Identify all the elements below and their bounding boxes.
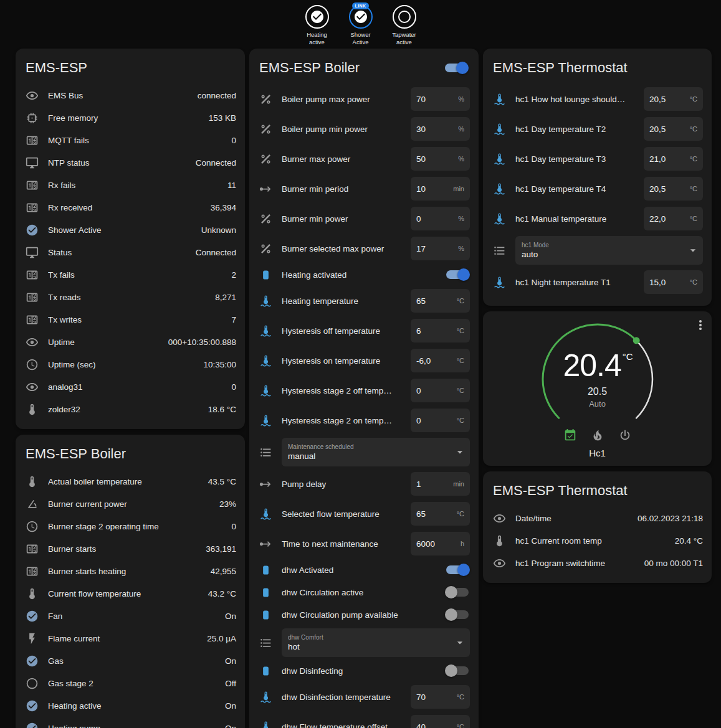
- entity-row[interactable]: Flame current25.0 µA: [26, 627, 236, 650]
- toggle-thumb: [445, 586, 457, 598]
- number-input[interactable]: 21,0°C: [644, 147, 703, 171]
- entity-row[interactable]: GasOn: [26, 650, 236, 672]
- toggle-switch[interactable]: [446, 610, 469, 619]
- entity-row[interactable]: Burner starts heating42,955: [26, 560, 236, 582]
- dashboard: EMS-ESP EMS BusconnectedFree memory153 K…: [0, 49, 721, 728]
- entity-row[interactable]: Uptime (sec)10:35:00: [26, 353, 236, 376]
- number-input[interactable]: 65°C: [411, 289, 470, 313]
- caret-down-icon[interactable]: [687, 244, 699, 257]
- number-input[interactable]: 6000h: [411, 532, 470, 555]
- entity-row[interactable]: Gas stage 2Off: [26, 672, 236, 694]
- entity-row[interactable]: Tx reads8,271: [26, 286, 236, 308]
- eye-icon: [493, 557, 506, 570]
- rounded-square-icon: [259, 608, 272, 622]
- entity-row[interactable]: NTP statusConnected: [26, 151, 236, 174]
- number-input[interactable]: 6°C: [411, 319, 470, 343]
- toggle-thumb: [445, 608, 457, 621]
- entity-row[interactable]: Tx writes7: [26, 308, 236, 331]
- thermostat-dial[interactable]: 20.4°C 20.5 Auto: [538, 320, 657, 427]
- select-field[interactable]: Maintenance scheduledmanual: [282, 438, 470, 466]
- number-value: 22,0: [649, 214, 690, 224]
- check-circle-icon: [26, 610, 39, 623]
- number-unit: min: [453, 185, 464, 192]
- select-field[interactable]: hc1 Modeauto: [515, 236, 703, 265]
- number-input[interactable]: 20,5°C: [644, 117, 703, 141]
- number-row: dhw Disinfection temperature70°C: [259, 682, 470, 712]
- entity-row[interactable]: Burner starts363,191: [26, 537, 236, 560]
- entity-row[interactable]: FanOn: [26, 605, 236, 627]
- entity-row[interactable]: EMS Busconnected: [26, 84, 236, 106]
- number-input[interactable]: 70%: [411, 87, 470, 111]
- caret-down-icon[interactable]: [454, 636, 466, 649]
- rounded-square-icon: [259, 586, 272, 599]
- number-value: -6,0: [416, 356, 457, 366]
- entity-row[interactable]: Date/time06.02.2023 21:18: [493, 507, 703, 529]
- entity-row[interactable]: Heating activeOn: [26, 694, 236, 717]
- toggle-switch[interactable]: [446, 270, 469, 279]
- entity-row[interactable]: Current flow temperature43.2 °C: [26, 582, 236, 605]
- entity-row[interactable]: Burner current power23%: [26, 493, 236, 515]
- caret-down-icon[interactable]: [454, 446, 466, 458]
- percent-icon: [259, 212, 272, 225]
- entity-rows: EMS BusconnectedFree memory153 KBMQTT fa…: [26, 84, 236, 420]
- toggle-switch[interactable]: [446, 588, 469, 597]
- card-thermostat-dial: 20.4°C 20.5 Auto Hc1: [483, 311, 712, 466]
- entity-name: Shower Active: [48, 225, 192, 235]
- number-row: Hysteresis off temperature6°C: [259, 316, 470, 346]
- number-input[interactable]: 30%: [411, 117, 470, 141]
- number-input[interactable]: 20,5°C: [644, 177, 703, 201]
- eye-icon: [26, 336, 39, 349]
- toggle-switch[interactable]: [446, 565, 469, 574]
- badge-chip: LINK: [352, 2, 370, 9]
- number-input[interactable]: 22,0°C: [644, 207, 703, 230]
- number-input[interactable]: 40°C: [411, 715, 470, 728]
- number-input[interactable]: 1min: [411, 472, 470, 496]
- number-unit: °C: [690, 215, 697, 222]
- badge-tapwater-active[interactable]: Tapwater active: [386, 5, 423, 47]
- entity-row[interactable]: Burner stage 2 operating time0: [26, 515, 236, 537]
- number-input[interactable]: 50%: [411, 147, 470, 171]
- number-input[interactable]: 70°C: [411, 685, 470, 709]
- card-power-toggle[interactable]: [445, 64, 467, 72]
- select-field[interactable]: dhw Comforthot: [282, 628, 470, 657]
- entity-row[interactable]: MQTT fails0: [26, 129, 236, 151]
- number-input[interactable]: 10min: [411, 177, 470, 201]
- badges-bar: Heating activeLINKShower ActiveTapwater …: [0, 0, 721, 49]
- number-input[interactable]: 65°C: [411, 502, 470, 526]
- thermometer-icon: [26, 587, 39, 600]
- number-input[interactable]: 17%: [411, 237, 470, 260]
- number-input[interactable]: 0%: [411, 207, 470, 230]
- entity-row[interactable]: zolder3218.6 °C: [26, 398, 236, 420]
- current-temperature: 20.4°C: [538, 350, 657, 381]
- entity-row[interactable]: StatusConnected: [26, 241, 236, 263]
- badge-heating-active[interactable]: Heating active: [299, 5, 335, 47]
- entity-row[interactable]: Tx fails2: [26, 263, 236, 286]
- monitor-icon: [26, 156, 39, 169]
- number-input[interactable]: 0°C: [411, 379, 470, 402]
- entity-row[interactable]: hc1 Current room temp20.4 °C: [493, 529, 703, 552]
- number-input[interactable]: 15,0°C: [644, 270, 703, 294]
- number-input[interactable]: -6,0°C: [411, 349, 470, 372]
- entity-row[interactable]: analog310: [26, 376, 236, 398]
- entity-name: hc1 Program switchtime: [515, 559, 635, 568]
- badge-shower-active[interactable]: LINKShower Active: [343, 5, 379, 47]
- entity-row[interactable]: Rx fails11: [26, 174, 236, 196]
- entity-name: Burner stage 2 operating time: [48, 522, 222, 531]
- entity-row[interactable]: Rx received36,394: [26, 196, 236, 219]
- eye-icon: [493, 512, 506, 525]
- number-unit: %: [458, 95, 464, 103]
- number-input[interactable]: 20,5°C: [644, 87, 703, 111]
- thermo-water-icon: [259, 508, 272, 521]
- card-title: EMS-ESP Thermostat: [493, 60, 628, 76]
- entity-row[interactable]: Actual boiler temperature43.5 °C: [26, 470, 236, 493]
- entity-row[interactable]: Uptime000+10:35:00.888: [26, 331, 236, 353]
- number-value: 6000: [416, 539, 461, 549]
- entity-row[interactable]: Free memory153 KB: [26, 106, 236, 129]
- toggle-switch[interactable]: [446, 666, 469, 675]
- entity-row[interactable]: Shower ActiveUnknown: [26, 219, 236, 241]
- menu-dots-icon[interactable]: [693, 318, 708, 333]
- entity-row[interactable]: Heating pumpOn: [26, 717, 236, 728]
- entity-row[interactable]: hc1 Program switchtime00 mo 00:00 T1: [493, 552, 703, 574]
- number-unit: %: [458, 245, 464, 252]
- number-input[interactable]: 0°C: [411, 409, 470, 432]
